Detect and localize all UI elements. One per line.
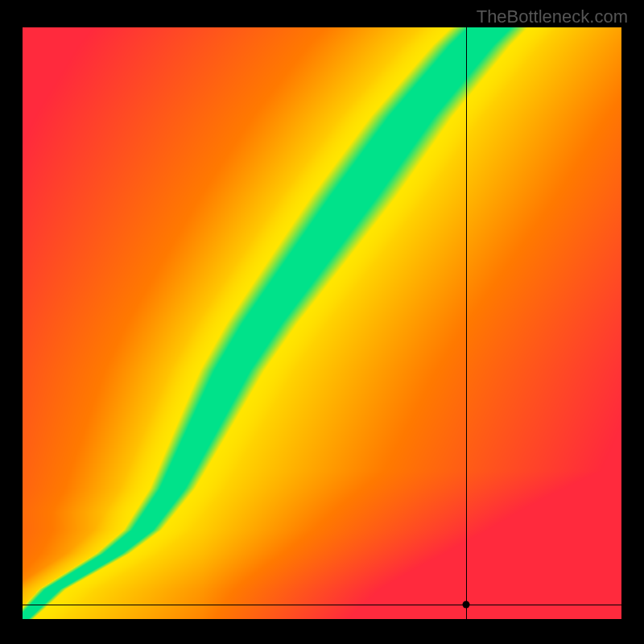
heatmap-canvas — [23, 27, 621, 619]
watermark-text: TheBottleneck.com — [477, 6, 628, 27]
heatmap-plot — [23, 27, 621, 619]
selection-marker — [462, 601, 469, 608]
chart-container: TheBottleneck.com — [0, 0, 644, 644]
crosshair-horizontal — [23, 605, 621, 605]
crosshair-vertical — [466, 27, 467, 619]
